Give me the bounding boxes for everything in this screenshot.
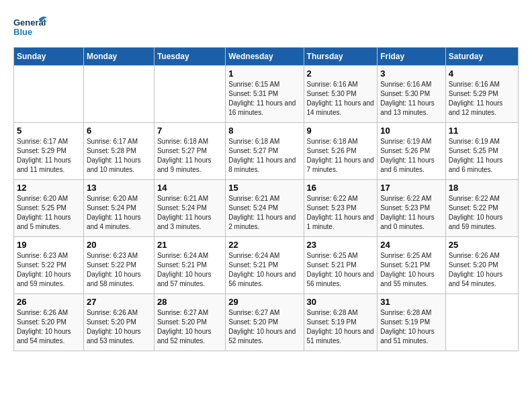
day-info: Sunrise: 6:27 AM Sunset: 5:20 PM Dayligh… [228,308,300,346]
weekday-header-saturday: Saturday [445,48,518,66]
week-row-4: 19Sunrise: 6:23 AM Sunset: 5:22 PM Dayli… [14,237,519,294]
day-info: Sunrise: 6:17 AM Sunset: 5:28 PM Dayligh… [87,137,151,175]
day-cell: 23Sunrise: 6:25 AM Sunset: 5:21 PM Dayli… [304,237,378,294]
day-info: Sunrise: 6:24 AM Sunset: 5:21 PM Dayligh… [157,251,222,289]
day-info: Sunrise: 6:16 AM Sunset: 5:30 PM Dayligh… [380,80,443,118]
day-cell [445,294,518,351]
day-info: Sunrise: 6:21 AM Sunset: 5:24 PM Dayligh… [157,194,222,232]
day-number: 6 [87,126,151,136]
day-cell: 25Sunrise: 6:26 AM Sunset: 5:20 PM Dayli… [445,237,518,294]
day-number: 15 [228,183,300,193]
weekday-header-monday: Monday [83,48,154,66]
day-info: Sunrise: 6:25 AM Sunset: 5:21 PM Dayligh… [307,251,375,289]
day-info: Sunrise: 6:24 AM Sunset: 5:21 PM Dayligh… [228,251,300,289]
day-info: Sunrise: 6:22 AM Sunset: 5:23 PM Dayligh… [307,194,375,232]
day-cell: 19Sunrise: 6:23 AM Sunset: 5:22 PM Dayli… [14,237,84,294]
day-info: Sunrise: 6:21 AM Sunset: 5:24 PM Dayligh… [228,194,300,232]
day-number: 14 [157,183,222,193]
day-cell: 24Sunrise: 6:25 AM Sunset: 5:21 PM Dayli… [378,237,446,294]
weekday-header-sunday: Sunday [14,48,84,66]
day-info: Sunrise: 6:16 AM Sunset: 5:30 PM Dayligh… [307,80,375,118]
day-number: 8 [228,126,300,136]
day-info: Sunrise: 6:23 AM Sunset: 5:22 PM Dayligh… [87,251,151,289]
day-cell: 28Sunrise: 6:27 AM Sunset: 5:20 PM Dayli… [154,294,225,351]
week-row-5: 26Sunrise: 6:26 AM Sunset: 5:20 PM Dayli… [14,294,519,351]
week-row-1: 1Sunrise: 6:15 AM Sunset: 5:31 PM Daylig… [14,66,519,123]
day-number: 2 [307,68,375,79]
day-info: Sunrise: 6:22 AM Sunset: 5:22 PM Dayligh… [449,194,515,232]
day-cell: 2Sunrise: 6:16 AM Sunset: 5:30 PM Daylig… [304,66,378,123]
day-cell: 12Sunrise: 6:20 AM Sunset: 5:25 PM Dayli… [14,180,84,237]
day-number: 18 [449,183,515,193]
day-number: 10 [380,126,443,136]
week-row-3: 12Sunrise: 6:20 AM Sunset: 5:25 PM Dayli… [14,180,519,237]
weekday-header-tuesday: Tuesday [154,48,225,66]
day-cell: 4Sunrise: 6:16 AM Sunset: 5:29 PM Daylig… [445,66,518,123]
day-number: 7 [157,126,222,136]
day-cell [154,66,225,123]
day-number: 30 [307,297,375,307]
day-info: Sunrise: 6:18 AM Sunset: 5:27 PM Dayligh… [157,137,222,175]
day-info: Sunrise: 6:16 AM Sunset: 5:29 PM Dayligh… [449,80,515,118]
day-info: Sunrise: 6:20 AM Sunset: 5:24 PM Dayligh… [87,194,151,232]
day-number: 4 [449,68,515,79]
day-number: 25 [449,240,515,250]
day-number: 28 [157,297,222,307]
day-info: Sunrise: 6:26 AM Sunset: 5:20 PM Dayligh… [87,308,151,346]
day-cell: 11Sunrise: 6:19 AM Sunset: 5:25 PM Dayli… [445,123,518,180]
day-number: 3 [380,68,443,79]
day-cell [83,66,154,123]
day-number: 21 [157,240,222,250]
day-info: Sunrise: 6:19 AM Sunset: 5:25 PM Dayligh… [449,137,515,175]
day-number: 27 [87,297,151,307]
day-number: 19 [17,240,81,250]
day-info: Sunrise: 6:18 AM Sunset: 5:26 PM Dayligh… [307,137,375,175]
day-number: 31 [380,297,443,307]
day-info: Sunrise: 6:18 AM Sunset: 5:27 PM Dayligh… [228,137,300,175]
day-cell: 30Sunrise: 6:28 AM Sunset: 5:19 PM Dayli… [304,294,378,351]
day-number: 20 [87,240,151,250]
day-number: 26 [17,297,81,307]
day-cell: 27Sunrise: 6:26 AM Sunset: 5:20 PM Dayli… [83,294,154,351]
day-cell: 5Sunrise: 6:17 AM Sunset: 5:29 PM Daylig… [14,123,84,180]
day-info: Sunrise: 6:23 AM Sunset: 5:22 PM Dayligh… [17,251,81,289]
day-cell: 8Sunrise: 6:18 AM Sunset: 5:27 PM Daylig… [226,123,304,180]
day-cell: 26Sunrise: 6:26 AM Sunset: 5:20 PM Dayli… [14,294,84,351]
weekday-header-wednesday: Wednesday [226,48,304,66]
day-cell [14,66,84,123]
day-number: 16 [307,183,375,193]
day-info: Sunrise: 6:19 AM Sunset: 5:26 PM Dayligh… [380,137,443,175]
day-number: 23 [307,240,375,250]
day-cell: 1Sunrise: 6:15 AM Sunset: 5:31 PM Daylig… [226,66,304,123]
day-cell: 16Sunrise: 6:22 AM Sunset: 5:23 PM Dayli… [304,180,378,237]
day-cell: 18Sunrise: 6:22 AM Sunset: 5:22 PM Dayli… [445,180,518,237]
day-cell: 13Sunrise: 6:20 AM Sunset: 5:24 PM Dayli… [83,180,154,237]
day-info: Sunrise: 6:22 AM Sunset: 5:23 PM Dayligh… [380,194,443,232]
day-number: 5 [17,126,81,136]
day-info: Sunrise: 6:28 AM Sunset: 5:19 PM Dayligh… [380,308,443,346]
day-cell: 3Sunrise: 6:16 AM Sunset: 5:30 PM Daylig… [378,66,446,123]
logo: General Blue [13,13,47,40]
day-number: 1 [228,68,300,79]
day-cell: 31Sunrise: 6:28 AM Sunset: 5:19 PM Dayli… [378,294,446,351]
day-info: Sunrise: 6:27 AM Sunset: 5:20 PM Dayligh… [157,308,222,346]
week-row-2: 5Sunrise: 6:17 AM Sunset: 5:29 PM Daylig… [14,123,519,180]
calendar-table: SundayMondayTuesdayWednesdayThursdayFrid… [13,47,519,351]
day-info: Sunrise: 6:20 AM Sunset: 5:25 PM Dayligh… [17,194,81,232]
day-info: Sunrise: 6:15 AM Sunset: 5:31 PM Dayligh… [228,80,300,118]
weekday-header-thursday: Thursday [304,48,378,66]
day-cell: 9Sunrise: 6:18 AM Sunset: 5:26 PM Daylig… [304,123,378,180]
day-number: 12 [17,183,81,193]
weekday-header-friday: Friday [378,48,446,66]
weekday-header-row: SundayMondayTuesdayWednesdayThursdayFrid… [14,48,519,66]
day-number: 11 [449,126,515,136]
day-info: Sunrise: 6:26 AM Sunset: 5:20 PM Dayligh… [449,251,515,289]
day-number: 24 [380,240,443,250]
day-cell: 17Sunrise: 6:22 AM Sunset: 5:23 PM Dayli… [378,180,446,237]
day-cell: 14Sunrise: 6:21 AM Sunset: 5:24 PM Dayli… [154,180,225,237]
day-cell: 22Sunrise: 6:24 AM Sunset: 5:21 PM Dayli… [226,237,304,294]
day-info: Sunrise: 6:17 AM Sunset: 5:29 PM Dayligh… [17,137,81,175]
day-number: 22 [228,240,300,250]
day-number: 17 [380,183,443,193]
day-cell: 21Sunrise: 6:24 AM Sunset: 5:21 PM Dayli… [154,237,225,294]
